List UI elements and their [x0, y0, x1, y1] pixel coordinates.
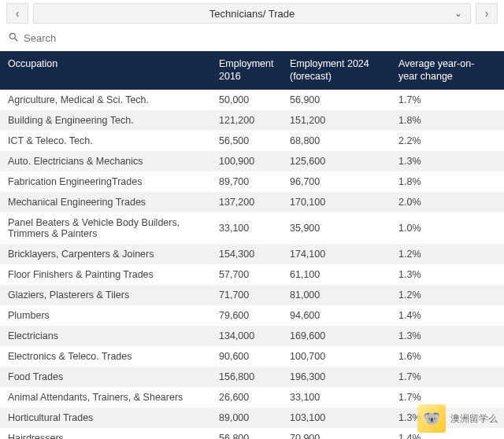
- cell-emp2024: 70,900: [282, 428, 391, 440]
- table-row: Bricklayers, Carpenters & Joiners154,300…: [0, 244, 504, 264]
- cell-emp2024: 94,600: [282, 305, 391, 326]
- table-row: Fabrication EngineeringTrades89,70096,70…: [0, 172, 504, 192]
- cell-occupation: Electricians: [0, 326, 211, 346]
- cell-emp2024: 96,700: [282, 172, 391, 192]
- cell-emp2016: 137,200: [211, 192, 282, 212]
- cell-emp2016: 26,600: [211, 387, 282, 408]
- cell-change: 1.4%: [391, 305, 504, 326]
- cell-occupation: ICT & Teleco. Tech.: [0, 131, 211, 151]
- chevron-right-icon: ›: [485, 7, 489, 20]
- cell-occupation: Fabrication EngineeringTrades: [0, 172, 211, 192]
- data-table: Occupation Employment 2016 Employment 20…: [0, 51, 504, 439]
- cell-occupation: Building & Engineering Tech.: [0, 110, 211, 131]
- cell-change: 1.7%: [391, 367, 504, 387]
- cell-emp2016: 79,600: [211, 305, 282, 326]
- cell-emp2024: 61,100: [282, 264, 391, 285]
- cell-emp2016: 100,900: [211, 151, 282, 172]
- cell-emp2016: 89,700: [211, 172, 282, 192]
- cell-change: 1.0%: [391, 212, 504, 244]
- watermark-logo: 🐨: [417, 404, 446, 433]
- cell-emp2016: 57,700: [211, 264, 282, 285]
- cell-change: 1.3%: [391, 326, 504, 346]
- cell-emp2024: 100,700: [282, 346, 391, 367]
- watermark: 🐨 澳洲留学么: [417, 404, 498, 433]
- cell-change: 1.3%: [391, 264, 504, 285]
- col-emp2016[interactable]: Employment 2016: [211, 51, 282, 90]
- watermark-text: 澳洲留学么: [450, 412, 498, 426]
- cell-occupation: Plumbers: [0, 305, 211, 326]
- cell-emp2016: 90,600: [211, 346, 282, 367]
- chevron-left-icon: ‹: [16, 7, 20, 20]
- cell-occupation: Agriculture, Medical & Sci. Tech.: [0, 90, 211, 110]
- cell-emp2016: 56,800: [211, 428, 282, 440]
- cell-emp2016: 56,500: [211, 131, 282, 151]
- cell-emp2024: 196,300: [282, 367, 391, 387]
- cell-occupation: Horticultural Trades: [0, 408, 211, 428]
- cell-change: 1.2%: [391, 244, 504, 264]
- cell-emp2016: 33,100: [211, 212, 282, 244]
- next-button[interactable]: ›: [476, 3, 498, 24]
- table-row: Electricians134,000169,6001.3%: [0, 326, 504, 346]
- table-header: Occupation Employment 2016 Employment 20…: [0, 51, 504, 90]
- cell-emp2016: 89,000: [211, 408, 282, 428]
- svg-point-0: [9, 33, 15, 39]
- table-row: Food Trades156,800196,3001.7%: [0, 367, 504, 387]
- col-occupation[interactable]: Occupation: [0, 51, 211, 90]
- cell-change: 1.2%: [391, 285, 504, 305]
- cell-occupation: Animal Attendants, Trainers, & Shearers: [0, 387, 211, 408]
- prev-button[interactable]: ‹: [6, 3, 28, 24]
- cell-occupation: Food Trades: [0, 367, 211, 387]
- cell-emp2024: 33,100: [282, 387, 391, 408]
- cell-emp2024: 170,100: [282, 192, 391, 212]
- cell-occupation: Floor Finishers & Painting Trades: [0, 264, 211, 285]
- table-row: Electronics & Teleco. Trades90,600100,70…: [0, 346, 504, 367]
- cell-emp2024: 125,600: [282, 151, 391, 172]
- cell-change: 1.8%: [391, 110, 504, 131]
- title-text: Technicians/ Trade: [209, 8, 295, 20]
- chevron-down-icon: ⌄: [454, 8, 462, 19]
- svg-line-1: [15, 39, 18, 42]
- table-row: Agriculture, Medical & Sci. Tech.50,0005…: [0, 90, 504, 110]
- cell-occupation: Glaziers, Plasterers & Tilers: [0, 285, 211, 305]
- table-body: Agriculture, Medical & Sci. Tech.50,0005…: [0, 90, 504, 440]
- search-icon: [8, 31, 19, 45]
- cell-emp2016: 50,000: [211, 90, 282, 110]
- cell-emp2024: 68,800: [282, 131, 391, 151]
- cell-emp2024: 81,000: [282, 285, 391, 305]
- top-bar: ‹ Technicians/ Trade ⌄ ›: [0, 0, 504, 27]
- cell-occupation: Hairdressers: [0, 428, 211, 440]
- cell-emp2016: 134,000: [211, 326, 282, 346]
- cell-occupation: Auto. Electricians & Mechanics: [0, 151, 211, 172]
- cell-change: 1.8%: [391, 172, 504, 192]
- table-row: Building & Engineering Tech.121,200151,2…: [0, 110, 504, 131]
- search-row: [0, 27, 504, 51]
- cell-change: 2.0%: [391, 192, 504, 212]
- cell-emp2024: 103,100: [282, 408, 391, 428]
- cell-emp2016: 121,200: [211, 110, 282, 131]
- cell-emp2016: 154,300: [211, 244, 282, 264]
- cell-change: 1.3%: [391, 151, 504, 172]
- table-row: ICT & Teleco. Tech.56,50068,8002.2%: [0, 131, 504, 151]
- cell-change: 1.6%: [391, 346, 504, 367]
- cell-emp2024: 151,200: [282, 110, 391, 131]
- table-row: Glaziers, Plasterers & Tilers71,70081,00…: [0, 285, 504, 305]
- cell-occupation: Electronics & Teleco. Trades: [0, 346, 211, 367]
- cell-emp2024: 169,600: [282, 326, 391, 346]
- cell-occupation: Mechanical Engineering Trades: [0, 192, 211, 212]
- table-row: Floor Finishers & Painting Trades57,7006…: [0, 264, 504, 285]
- search-input[interactable]: [24, 32, 496, 44]
- cell-occupation: Bricklayers, Carpenters & Joiners: [0, 244, 211, 264]
- cell-change: 1.7%: [391, 90, 504, 110]
- cell-emp2016: 71,700: [211, 285, 282, 305]
- col-change[interactable]: Average year-on- year change: [391, 51, 504, 90]
- cell-emp2024: 56,900: [282, 90, 391, 110]
- table-row: Mechanical Engineering Trades137,200170,…: [0, 192, 504, 212]
- title-dropdown[interactable]: Technicians/ Trade ⌄: [33, 3, 471, 24]
- cell-emp2016: 156,800: [211, 367, 282, 387]
- cell-change: 2.2%: [391, 131, 504, 151]
- table-row: Panel Beaters & Vehicle Body Builders, T…: [0, 212, 504, 244]
- cell-emp2024: 174,100: [282, 244, 391, 264]
- col-emp2024[interactable]: Employment 2024 (forecast): [282, 51, 391, 90]
- table-row: Plumbers79,60094,6001.4%: [0, 305, 504, 326]
- table-row: Auto. Electricians & Mechanics100,900125…: [0, 151, 504, 172]
